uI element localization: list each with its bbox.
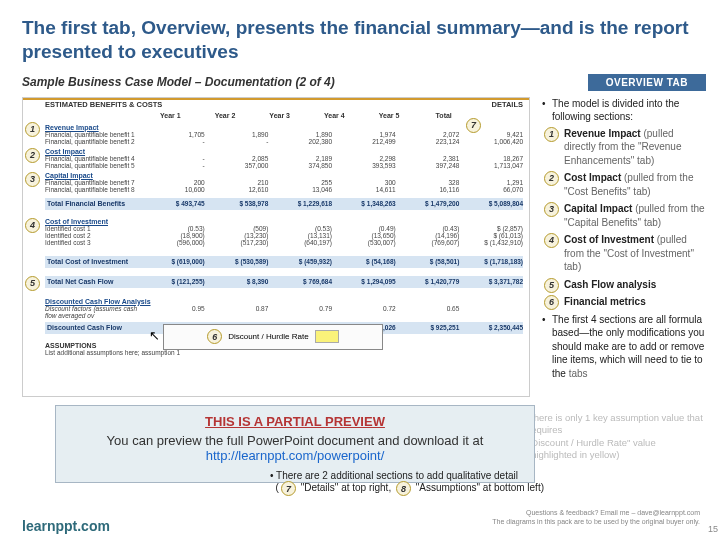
slide-subtitle: Sample Business Case Model – Documentati… [22,75,335,89]
mouse-cursor-icon: ↖ [149,328,160,343]
right-panel-lower: There is only 1 key assumption value tha… [528,412,706,461]
footer-brand: learnppt.com [22,518,110,534]
bottom-bullets: • There are 2 additional sections to add… [270,470,706,496]
slide-title: The first tab, Overview, presents the fi… [22,16,706,64]
right-panel: The model is divided into the following … [542,97,706,397]
preview-heading: THIS IS A PARTIAL PREVIEW [68,414,522,429]
spreadsheet-screenshot: ESTIMATED BENEFITS & COSTSDETAILS Year 1… [22,97,530,397]
preview-link[interactable]: http://learnppt.com/powerpoint/ [206,448,385,463]
marker-4: 4 [25,218,40,233]
marker-8-inline: 8 [396,481,411,496]
hurdle-rate-box: 6 Discount / Hurdle Rate [163,324,383,350]
marker-1: 1 [25,122,40,137]
marker-7: 7 [466,118,481,133]
overview-tab-badge: OVERVIEW TAB [588,74,706,91]
marker-5: 5 [25,276,40,291]
marker-2: 2 [25,148,40,163]
marker-3: 3 [25,172,40,187]
footer-note: Questions & feedback? Email me – dave@le… [492,508,700,526]
page-number: 15 [708,524,718,534]
marker-7-inline: 7 [281,481,296,496]
